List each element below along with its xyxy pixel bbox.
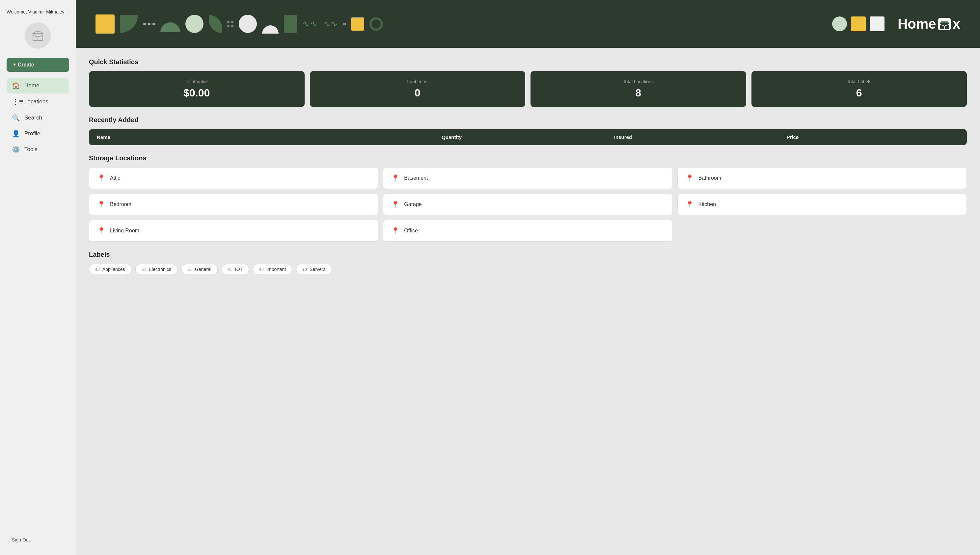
location-pin-icon-garage: 📍: [391, 201, 400, 209]
logo-area: Home x: [832, 16, 960, 32]
label-name-electronics: Electronics: [149, 267, 171, 272]
label-iot[interactable]: 🏷 IOT: [222, 264, 249, 275]
shape-green-semicircle: [161, 22, 180, 32]
location-name-kitchen: Kitchen: [699, 202, 716, 207]
stat-label-labels: Total Labels: [758, 79, 961, 84]
avatar-icon: [31, 28, 45, 43]
sidebar-item-search-label: Search: [24, 115, 42, 121]
label-electronics[interactable]: 🏷 Electronics: [135, 264, 177, 275]
location-pin-icon-attic: 📍: [97, 174, 105, 182]
locations-grid: 📍 Attic 📍 Basement 📍 Bathroom 📍 Bedroom: [89, 167, 967, 242]
label-name-servers: Servers: [310, 267, 325, 272]
tag-icon-electronics: 🏷: [141, 267, 146, 272]
sidebar-item-locations[interactable]: ⋮≡ Locations: [6, 93, 69, 110]
banner-shapes: ∿∿ ∿∿: [95, 14, 832, 34]
app-logo: Home x: [898, 16, 960, 32]
sidebar-item-profile[interactable]: 👤 Profile: [6, 126, 69, 141]
stat-value-locations: 8: [537, 87, 740, 99]
location-living-room[interactable]: 📍 Living Room: [89, 220, 378, 242]
label-name-appliances: Appliances: [103, 267, 125, 272]
sign-out-button[interactable]: Sign Out: [6, 534, 69, 546]
welcome-text: Welcome, Vladimir Mikhalev: [6, 9, 69, 14]
label-important[interactable]: 🏷 Important: [253, 264, 292, 275]
wave-shape-2: ∿∿: [323, 19, 338, 29]
stat-card-total-locations: Total Locations 8: [530, 71, 746, 107]
col-price: Price: [786, 134, 959, 140]
location-name-living-room: Living Room: [110, 228, 139, 234]
home-icon: 🏠: [12, 82, 20, 90]
location-bathroom[interactable]: 📍 Bathroom: [677, 167, 967, 189]
content-area: Quick Statistics Total Value $0.00 Total…: [76, 48, 980, 286]
col-insured: Insured: [614, 134, 787, 140]
location-pin-icon-kitchen: 📍: [686, 201, 694, 209]
stat-label-items: Total Items: [316, 79, 519, 84]
stat-value-labels: 6: [758, 87, 961, 99]
logo-box-icon: [938, 18, 951, 30]
sidebar: Welcome, Vladimir Mikhalev + Create 🏠 Ho…: [0, 0, 76, 555]
shape-white-semicircle: [262, 25, 279, 34]
location-name-attic: Attic: [110, 175, 120, 181]
labels-section: Labels 🏷 Appliances 🏷 Electronics 🏷 Gene…: [89, 251, 967, 275]
location-name-bathroom: Bathroom: [699, 175, 721, 181]
sidebar-item-tools-label: Tools: [24, 146, 37, 153]
sidebar-item-home[interactable]: 🏠 Home: [6, 78, 69, 93]
tag-icon-appliances: 🏷: [95, 267, 100, 272]
location-name-bedroom: Bedroom: [110, 202, 132, 207]
location-name-basement: Basement: [404, 175, 428, 181]
location-name-office: Office: [404, 228, 418, 234]
sidebar-item-profile-label: Profile: [24, 130, 40, 137]
main-content: ∿∿ ∿∿ Home: [76, 0, 980, 555]
label-name-general: General: [195, 267, 211, 272]
stat-card-total-value: Total Value $0.00: [89, 71, 305, 107]
shape-white-circle: [239, 15, 257, 33]
label-general[interactable]: 🏷 General: [182, 264, 218, 275]
shape-green-rect: [284, 15, 297, 33]
tag-icon-important: 🏷: [259, 267, 264, 272]
label-appliances[interactable]: 🏷 Appliances: [89, 264, 132, 275]
location-pin-icon-office: 📍: [391, 227, 400, 235]
location-pin-icon-living-room: 📍: [97, 227, 105, 235]
shape-yellow-rect-1: [95, 14, 115, 34]
location-pin-icon-basement: 📍: [391, 174, 400, 182]
stat-card-total-labels: Total Labels 6: [752, 71, 967, 107]
recently-added-table: Name Quantity Insured Price: [89, 129, 967, 145]
sidebar-item-locations-label: Locations: [24, 98, 48, 105]
locations-icon: ⋮≡: [12, 98, 20, 106]
search-icon: 🔍: [12, 114, 20, 122]
storage-locations-title: Storage Locations: [89, 154, 967, 162]
shape-ring: [370, 18, 382, 30]
quick-statistics-section: Quick Statistics Total Value $0.00 Total…: [89, 58, 967, 107]
stats-grid: Total Value $0.00 Total Items 0 Total Lo…: [89, 71, 967, 107]
location-bedroom[interactable]: 📍 Bedroom: [89, 194, 378, 215]
stat-label-value: Total Value: [95, 79, 298, 84]
col-quantity: Quantity: [442, 134, 614, 140]
stat-value-items: 0: [316, 87, 519, 99]
sidebar-item-home-label: Home: [24, 82, 39, 89]
label-servers[interactable]: 🏷 Servers: [296, 264, 332, 275]
avatar: [25, 22, 51, 49]
shape-mint-logo-1: [832, 16, 847, 31]
create-button[interactable]: + Create: [6, 58, 69, 72]
location-basement[interactable]: 📍 Basement: [383, 167, 672, 189]
shape-yellow-small: [351, 18, 364, 30]
location-garage[interactable]: 📍 Garage: [383, 194, 672, 215]
sidebar-item-search[interactable]: 🔍 Search: [6, 110, 69, 126]
tools-icon: ⚙️: [12, 146, 20, 153]
labels-row: 🏷 Appliances 🏷 Electronics 🏷 General 🏷 I…: [89, 264, 967, 275]
stat-value-value: $0.00: [95, 87, 298, 99]
labels-title: Labels: [89, 251, 967, 258]
shape-yellow-logo: [851, 16, 866, 31]
recently-added-section: Recently Added Name Quantity Insured Pri…: [89, 116, 967, 145]
wave-shape-1: ∿∿: [302, 19, 318, 29]
table-header: Name Quantity Insured Price: [89, 129, 967, 145]
location-kitchen[interactable]: 📍 Kitchen: [677, 194, 967, 215]
shape-green-blob: [209, 15, 222, 33]
tag-icon-iot: 🏷: [228, 267, 233, 272]
location-attic[interactable]: 📍 Attic: [89, 167, 378, 189]
quick-statistics-title: Quick Statistics: [89, 58, 967, 66]
recently-added-title: Recently Added: [89, 116, 967, 124]
sidebar-item-tools[interactable]: ⚙️ Tools: [6, 141, 69, 157]
location-office[interactable]: 📍 Office: [383, 220, 672, 242]
sidebar-nav: 🏠 Home ⋮≡ Locations 🔍 Search 👤 Profile ⚙…: [6, 78, 69, 157]
stat-card-total-items: Total Items 0: [310, 71, 525, 107]
